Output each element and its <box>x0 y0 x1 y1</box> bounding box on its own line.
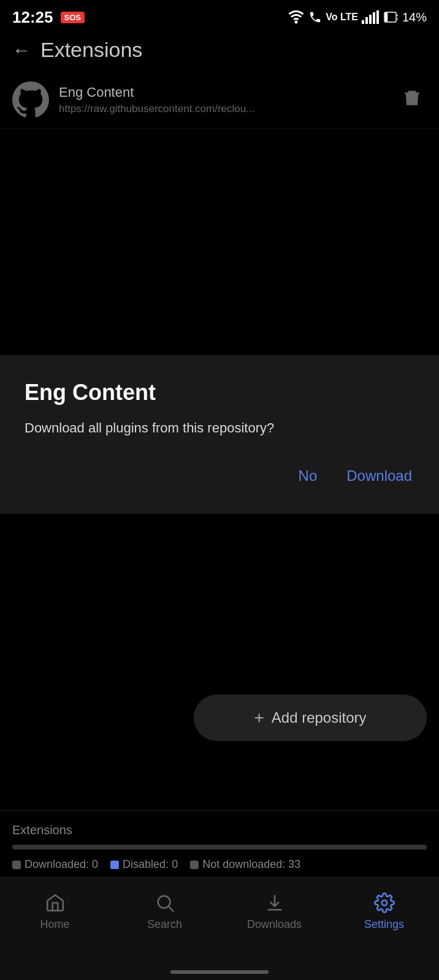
extensions-section: Extensions Downloaded: 0 Disabled: 0 Not… <box>0 810 439 877</box>
signal-icon <box>362 10 380 24</box>
nav-label-home: Home <box>40 918 69 931</box>
status-left: 12:25 SOS <box>12 8 85 27</box>
add-repository-button[interactable]: + Add repository <box>194 695 427 741</box>
back-button[interactable]: ← <box>12 40 31 61</box>
dialog-title: Eng Content <box>25 380 414 405</box>
home-icon <box>44 892 66 913</box>
dialog: Eng Content Download all plugins from th… <box>0 355 439 514</box>
nav-label-search: Search <box>147 918 182 931</box>
repo-name: Eng Content <box>59 85 397 100</box>
extensions-label: Extensions <box>12 823 427 837</box>
disabled-stat: Disabled: 0 <box>110 858 178 871</box>
nav-item-settings[interactable]: Settings <box>329 888 439 936</box>
download-icon <box>264 892 286 913</box>
nav-label-settings: Settings <box>364 918 404 931</box>
not-downloaded-label: Not downloaded: 33 <box>202 858 300 871</box>
dialog-message: Download all plugins from this repositor… <box>25 418 414 438</box>
repo-info: Eng Content https://raw.githubuserconten… <box>59 85 397 115</box>
top-nav: ← Extensions <box>0 32 439 72</box>
svg-rect-2 <box>365 17 368 24</box>
status-time: 12:25 <box>12 8 53 27</box>
phone-icon <box>308 10 322 24</box>
svg-point-10 <box>158 896 170 908</box>
volte-badge: Vo LTE <box>326 12 358 23</box>
svg-line-11 <box>169 907 174 911</box>
svg-rect-1 <box>362 20 364 24</box>
svg-rect-9 <box>385 13 387 21</box>
settings-icon <box>373 892 395 913</box>
search-icon <box>154 892 176 913</box>
not-downloaded-stat: Not downloaded: 33 <box>190 858 300 871</box>
wifi-icon <box>288 10 305 24</box>
downloaded-dot <box>12 861 21 869</box>
svg-point-13 <box>381 900 387 906</box>
dialog-actions: No Download <box>25 462 414 489</box>
page-title: Extensions <box>40 38 142 62</box>
add-repo-label: Add repository <box>272 709 367 726</box>
svg-rect-3 <box>369 15 372 24</box>
downloaded-stat: Downloaded: 0 <box>12 858 98 871</box>
extensions-stats: Downloaded: 0 Disabled: 0 Not downloaded… <box>12 858 427 871</box>
nav-item-search[interactable]: Search <box>110 888 220 936</box>
battery-icon <box>384 10 399 24</box>
github-icon <box>12 81 49 118</box>
dialog-confirm-button[interactable]: Download <box>344 462 414 489</box>
add-plus-icon: + <box>254 708 264 728</box>
add-repo-section: + Add repository <box>0 682 439 753</box>
repo-url: https://raw.githubusercontent.com/reclou… <box>59 103 397 115</box>
nav-label-downloads: Downloads <box>247 918 302 931</box>
status-bar: 12:25 SOS Vo LTE 14% <box>0 0 439 32</box>
svg-rect-4 <box>373 12 375 24</box>
battery-percentage: 14% <box>402 10 427 24</box>
bottom-nav: Home Search Downloads Settings <box>0 877 439 980</box>
bottom-indicator <box>170 970 269 974</box>
status-right: Vo LTE 14% <box>288 10 427 24</box>
svg-point-0 <box>295 21 298 24</box>
repository-item: Eng Content https://raw.githubuserconten… <box>0 72 439 129</box>
nav-item-downloads[interactable]: Downloads <box>220 888 329 936</box>
delete-repo-button[interactable] <box>397 83 427 117</box>
dialog-cancel-button[interactable]: No <box>296 462 320 489</box>
disabled-dot <box>110 861 119 869</box>
not-downloaded-dot <box>190 861 199 869</box>
nav-item-home[interactable]: Home <box>0 888 110 936</box>
downloaded-label: Downloaded: 0 <box>25 858 98 871</box>
progress-bar-container <box>12 845 427 850</box>
disabled-label: Disabled: 0 <box>123 858 178 871</box>
svg-rect-5 <box>376 10 379 24</box>
status-sos: SOS <box>61 12 85 23</box>
